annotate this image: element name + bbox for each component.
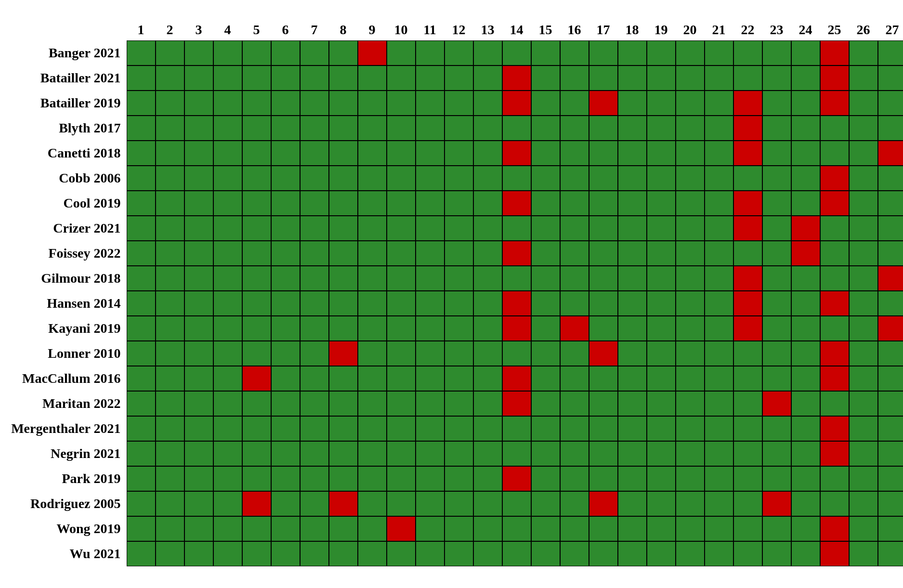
- cell-1-19: [676, 65, 705, 91]
- cell-17-16: [589, 466, 618, 491]
- cell-18-3: [213, 491, 242, 516]
- cell-20-12: [473, 541, 502, 566]
- cell-17-8: [358, 466, 387, 491]
- cell-16-3: [213, 441, 242, 466]
- cell-10-20: [705, 291, 733, 316]
- cell-12-3: [213, 341, 242, 366]
- col-header-5: 5: [242, 22, 271, 40]
- cell-8-19: [676, 241, 705, 266]
- cell-12-12: [473, 341, 502, 366]
- cell-0-20: [705, 40, 733, 65]
- cell-15-20: [705, 416, 733, 441]
- cell-2-2: [184, 91, 213, 116]
- cell-5-24: [820, 166, 849, 191]
- cell-2-24: [820, 91, 849, 116]
- cell-3-23: [791, 116, 820, 141]
- cell-18-23: [791, 491, 820, 516]
- cell-4-21: [733, 141, 762, 166]
- cell-10-3: [213, 291, 242, 316]
- cell-9-21: [733, 266, 762, 291]
- cell-16-21: [733, 441, 762, 466]
- cell-6-12: [473, 191, 502, 216]
- cell-9-20: [705, 266, 733, 291]
- cell-12-4: [242, 341, 271, 366]
- cell-2-25: [849, 91, 878, 116]
- cell-20-22: [762, 541, 791, 566]
- cell-18-14: [531, 491, 560, 516]
- table-row: Banger 2021: [0, 40, 903, 65]
- cell-20-6: [300, 541, 329, 566]
- cell-1-18: [647, 65, 676, 91]
- table-row: Park 2019: [0, 466, 903, 491]
- cell-8-6: [300, 241, 329, 266]
- cell-14-16: [589, 391, 618, 416]
- cell-0-17: [618, 40, 647, 65]
- cell-15-3: [213, 416, 242, 441]
- cell-11-0: [127, 316, 156, 341]
- cell-9-22: [762, 266, 791, 291]
- cell-16-4: [242, 441, 271, 466]
- cell-15-17: [618, 416, 647, 441]
- cell-3-20: [705, 116, 733, 141]
- cell-10-24: [820, 291, 849, 316]
- cell-5-20: [705, 166, 733, 191]
- cell-17-12: [473, 466, 502, 491]
- cell-1-0: [127, 65, 156, 91]
- cell-16-26: [878, 441, 903, 466]
- cell-19-21: [733, 516, 762, 541]
- cell-15-9: [387, 416, 416, 441]
- cell-18-24: [820, 491, 849, 516]
- col-header-14: 14: [502, 22, 531, 40]
- cell-16-18: [647, 441, 676, 466]
- cell-12-18: [647, 341, 676, 366]
- cell-19-24: [820, 516, 849, 541]
- cell-0-4: [242, 40, 271, 65]
- cell-11-26: [878, 316, 903, 341]
- cell-5-13: [502, 166, 531, 191]
- cell-15-23: [791, 416, 820, 441]
- cell-8-13: [502, 241, 531, 266]
- cell-12-19: [676, 341, 705, 366]
- cell-14-23: [791, 391, 820, 416]
- cell-11-20: [705, 316, 733, 341]
- cell-20-9: [387, 541, 416, 566]
- cell-1-23: [791, 65, 820, 91]
- cell-11-14: [531, 316, 560, 341]
- cell-7-18: [647, 216, 676, 241]
- cell-4-23: [791, 141, 820, 166]
- cell-16-0: [127, 441, 156, 466]
- cell-14-14: [531, 391, 560, 416]
- cell-3-3: [213, 116, 242, 141]
- cell-19-4: [242, 516, 271, 541]
- cell-12-25: [849, 341, 878, 366]
- cell-0-5: [271, 40, 300, 65]
- cell-16-10: [416, 441, 445, 466]
- cell-20-16: [589, 541, 618, 566]
- cell-16-25: [849, 441, 878, 466]
- table-row: Hansen 2014: [0, 291, 903, 316]
- cell-12-0: [127, 341, 156, 366]
- cell-6-26: [878, 191, 903, 216]
- cell-2-6: [300, 91, 329, 116]
- cell-19-20: [705, 516, 733, 541]
- cell-14-1: [156, 391, 184, 416]
- row-label-18: Rodriguez 2005: [0, 491, 127, 516]
- cell-18-26: [878, 491, 903, 516]
- cell-6-22: [762, 191, 791, 216]
- cell-2-10: [416, 91, 445, 116]
- cell-10-19: [676, 291, 705, 316]
- cell-2-21: [733, 91, 762, 116]
- cell-10-8: [358, 291, 387, 316]
- cell-3-9: [387, 116, 416, 141]
- cell-15-10: [416, 416, 445, 441]
- cell-11-23: [791, 316, 820, 341]
- cell-0-0: [127, 40, 156, 65]
- table-row: Lonner 2010: [0, 341, 903, 366]
- cell-13-9: [387, 366, 416, 391]
- cell-12-14: [531, 341, 560, 366]
- cell-18-2: [184, 491, 213, 516]
- cell-9-6: [300, 266, 329, 291]
- cell-12-15: [560, 341, 589, 366]
- cell-4-6: [300, 141, 329, 166]
- cell-1-10: [416, 65, 445, 91]
